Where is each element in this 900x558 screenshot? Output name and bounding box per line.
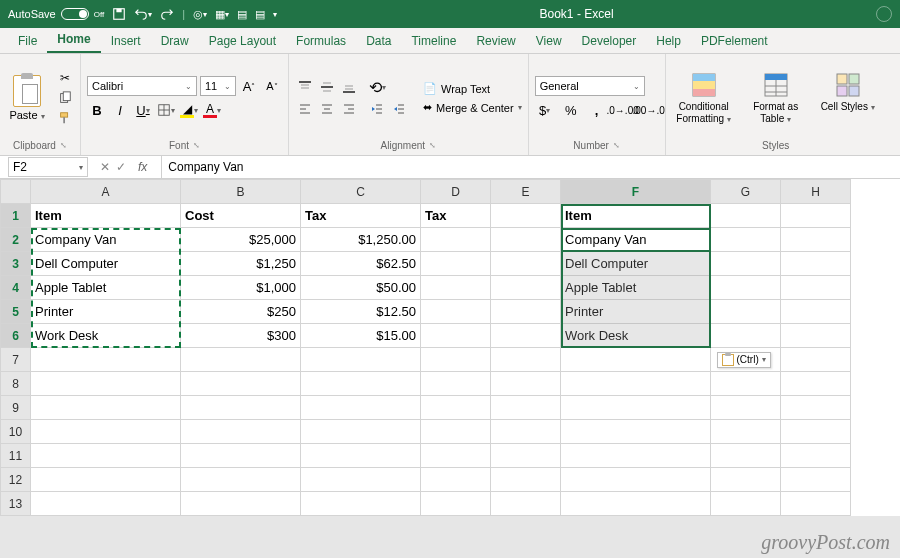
cell-A4[interactable]: Apple Tablet [31, 276, 181, 300]
cell-F6[interactable]: Work Desk [561, 324, 711, 348]
cell-H9[interactable] [781, 396, 851, 420]
qat-more-2-icon[interactable]: ▤ [237, 8, 247, 21]
cell-C13[interactable] [301, 492, 421, 516]
row-header-6[interactable]: 6 [1, 324, 31, 348]
row-header-2[interactable]: 2 [1, 228, 31, 252]
wrap-text-button[interactable]: 📄Wrap Text [423, 82, 522, 95]
cell-B12[interactable] [181, 468, 301, 492]
cell-D10[interactable] [421, 420, 491, 444]
cell-B13[interactable] [181, 492, 301, 516]
col-header-H[interactable]: H [781, 180, 851, 204]
cell-E10[interactable] [491, 420, 561, 444]
tab-developer[interactable]: Developer [572, 29, 647, 53]
row-header-11[interactable]: 11 [1, 444, 31, 468]
cell-G9[interactable] [711, 396, 781, 420]
font-size-select[interactable]: 11⌄ [200, 76, 236, 96]
cell-E13[interactable] [491, 492, 561, 516]
cell-A3[interactable]: Dell Computer [31, 252, 181, 276]
cell-E7[interactable] [491, 348, 561, 372]
cell-F4[interactable]: Apple Tablet [561, 276, 711, 300]
cell-B5[interactable]: $250 [181, 300, 301, 324]
cell-E12[interactable] [491, 468, 561, 492]
cell-H7[interactable] [781, 348, 851, 372]
cell-F13[interactable] [561, 492, 711, 516]
cell-F1[interactable]: Item [561, 204, 711, 228]
row-header-1[interactable]: 1 [1, 204, 31, 228]
increase-indent-icon[interactable] [389, 100, 409, 118]
orientation-icon[interactable]: ⟲▾ [367, 78, 387, 96]
increase-decimal-icon[interactable]: .0→.00 [613, 100, 633, 120]
cell-A11[interactable] [31, 444, 181, 468]
cell-D2[interactable] [421, 228, 491, 252]
cell-D12[interactable] [421, 468, 491, 492]
row-header-9[interactable]: 9 [1, 396, 31, 420]
cell-G6[interactable] [711, 324, 781, 348]
cell-F10[interactable] [561, 420, 711, 444]
align-middle-icon[interactable] [317, 78, 337, 96]
number-dialog-icon[interactable]: ⤡ [613, 141, 620, 150]
cell-A7[interactable] [31, 348, 181, 372]
cell-F9[interactable] [561, 396, 711, 420]
align-right-icon[interactable] [339, 100, 359, 118]
comma-format-icon[interactable]: , [587, 100, 607, 120]
cell-C7[interactable] [301, 348, 421, 372]
cell-E6[interactable] [491, 324, 561, 348]
autosave-toggle[interactable]: AutoSave Off [8, 8, 104, 20]
cell-H4[interactable] [781, 276, 851, 300]
cell-F3[interactable]: Dell Computer [561, 252, 711, 276]
col-header-E[interactable]: E [491, 180, 561, 204]
conditional-formatting-button[interactable]: Conditional Formatting ▾ [672, 71, 736, 126]
cell-B10[interactable] [181, 420, 301, 444]
cell-A12[interactable] [31, 468, 181, 492]
select-all-corner[interactable] [1, 180, 31, 204]
tab-timeline[interactable]: Timeline [401, 29, 466, 53]
cell-B9[interactable] [181, 396, 301, 420]
cell-E11[interactable] [491, 444, 561, 468]
cell-G2[interactable] [711, 228, 781, 252]
account-icon[interactable] [876, 6, 892, 22]
cell-H3[interactable] [781, 252, 851, 276]
redo-icon[interactable] [160, 7, 174, 21]
cell-G10[interactable] [711, 420, 781, 444]
enter-formula-icon[interactable]: ✓ [116, 160, 126, 174]
grow-font-icon[interactable]: A˄ [239, 76, 259, 96]
cell-D9[interactable] [421, 396, 491, 420]
cell-B7[interactable] [181, 348, 301, 372]
cell-H1[interactable] [781, 204, 851, 228]
merge-center-button[interactable]: ⬌Merge & Center ▾ [423, 101, 522, 114]
cell-G1[interactable] [711, 204, 781, 228]
cell-F2[interactable]: Company Van [561, 228, 711, 252]
cell-H5[interactable] [781, 300, 851, 324]
cell-H6[interactable] [781, 324, 851, 348]
tab-pdfelement[interactable]: PDFelement [691, 29, 778, 53]
font-color-icon[interactable]: A▾ [202, 100, 222, 120]
cell-C10[interactable] [301, 420, 421, 444]
cell-E4[interactable] [491, 276, 561, 300]
cell-E5[interactable] [491, 300, 561, 324]
paste-button[interactable]: Paste ▾ [6, 75, 48, 121]
cell-F8[interactable] [561, 372, 711, 396]
tab-review[interactable]: Review [466, 29, 525, 53]
cell-F12[interactable] [561, 468, 711, 492]
cell-D7[interactable] [421, 348, 491, 372]
tab-draw[interactable]: Draw [151, 29, 199, 53]
alignment-dialog-icon[interactable]: ⤡ [429, 141, 436, 150]
tab-formulas[interactable]: Formulas [286, 29, 356, 53]
cell-B11[interactable] [181, 444, 301, 468]
cell-A8[interactable] [31, 372, 181, 396]
cell-F11[interactable] [561, 444, 711, 468]
fill-color-icon[interactable]: ◢▾ [179, 100, 199, 120]
cell-C12[interactable] [301, 468, 421, 492]
row-header-3[interactable]: 3 [1, 252, 31, 276]
tab-help[interactable]: Help [646, 29, 691, 53]
accounting-format-icon[interactable]: $▾ [535, 100, 555, 120]
col-header-C[interactable]: C [301, 180, 421, 204]
cell-G13[interactable] [711, 492, 781, 516]
col-header-B[interactable]: B [181, 180, 301, 204]
row-header-7[interactable]: 7 [1, 348, 31, 372]
touch-mode-icon[interactable]: ◎▾ [193, 8, 207, 21]
qat-more-3-icon[interactable]: ▤ [255, 8, 265, 21]
save-icon[interactable] [112, 7, 126, 21]
bold-button[interactable]: B [87, 100, 107, 120]
tab-data[interactable]: Data [356, 29, 401, 53]
